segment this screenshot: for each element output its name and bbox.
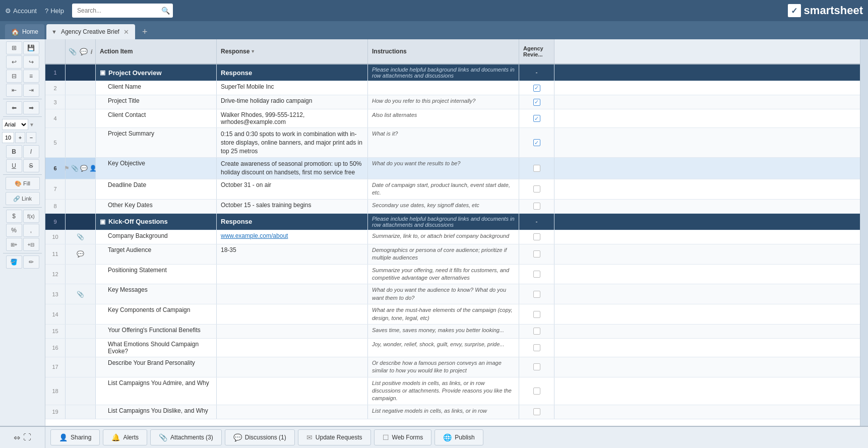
response-col-dropdown[interactable]: ▼ bbox=[251, 49, 255, 54]
row-attach-icon[interactable]: 📎 bbox=[71, 165, 79, 172]
publish-tab[interactable]: 🌐 Publish bbox=[435, 429, 483, 445]
agency-checkbox[interactable]: ✓ bbox=[533, 85, 540, 92]
undo-button[interactable]: ↩ bbox=[6, 55, 22, 69]
underline-button[interactable]: U bbox=[6, 159, 22, 172]
response-cell[interactable]: 0:15 and 0:30 spots to work in combinati… bbox=[217, 128, 368, 157]
row-attach-icon[interactable]: 📎 bbox=[77, 233, 84, 240]
agency-checkbox[interactable] bbox=[533, 363, 540, 370]
response-cell[interactable] bbox=[217, 284, 368, 304]
agency-cell[interactable] bbox=[519, 200, 554, 213]
agency-cell[interactable] bbox=[519, 377, 554, 405]
col-header-action[interactable]: Action Item bbox=[96, 39, 217, 63]
fullscreen-icon[interactable]: ⛶ bbox=[23, 433, 31, 442]
agency-checkbox[interactable]: ✓ bbox=[533, 115, 540, 122]
agency-checkbox[interactable] bbox=[533, 388, 540, 395]
row-comment-icon[interactable]: 💬 bbox=[80, 165, 88, 172]
clear-format-button[interactable]: ✏ bbox=[23, 255, 39, 269]
web-forms-tab[interactable]: ☐ Web Forms bbox=[374, 429, 432, 445]
agency-cell[interactable] bbox=[519, 179, 554, 199]
agency-cell[interactable] bbox=[519, 304, 554, 324]
attachments-tab[interactable]: 📎 Attachments (3) bbox=[150, 429, 222, 445]
discussions-tab[interactable]: 💬 Discussions (1) bbox=[225, 429, 295, 445]
grid-view-button[interactable]: ⊟ bbox=[6, 70, 22, 83]
agency-checkbox[interactable] bbox=[533, 185, 540, 193]
row-attach-icon[interactable]: 📎 bbox=[77, 291, 84, 298]
agency-checkbox[interactable] bbox=[533, 311, 540, 318]
view-grid-button[interactable]: ⊞ bbox=[6, 41, 22, 54]
font-size-input[interactable] bbox=[2, 132, 14, 143]
currency-button[interactable]: $ bbox=[6, 210, 22, 223]
search-button[interactable]: 🔍 bbox=[161, 7, 170, 15]
split-cells-button[interactable]: +⊟ bbox=[23, 238, 39, 251]
agency-checkbox[interactable] bbox=[533, 250, 540, 258]
account-nav-item[interactable]: ⚙ Account bbox=[5, 7, 37, 15]
agency-checkbox[interactable]: ✓ bbox=[533, 99, 540, 106]
agency-cell[interactable] bbox=[519, 265, 554, 284]
response-cell[interactable] bbox=[217, 357, 368, 377]
agency-cell[interactable] bbox=[519, 357, 554, 377]
info-col-icon[interactable]: i bbox=[91, 48, 93, 55]
response-cell[interactable] bbox=[217, 325, 368, 338]
right-scrollbar[interactable] bbox=[860, 39, 868, 426]
redo-button[interactable]: ↪ bbox=[23, 55, 39, 69]
agency-checkbox[interactable] bbox=[533, 344, 540, 351]
response-cell[interactable]: Walker Rhodes, 999-555-1212, wrhodes@exa… bbox=[217, 109, 368, 127]
agency-checkbox[interactable] bbox=[533, 328, 540, 335]
attach-col-icon[interactable]: 📎 bbox=[69, 48, 77, 55]
agency-cell[interactable] bbox=[519, 284, 554, 304]
row-flag-icon[interactable]: ⚑ bbox=[64, 165, 70, 172]
agency-cell[interactable] bbox=[519, 325, 554, 338]
agency-checkbox[interactable]: ✓ bbox=[533, 139, 540, 146]
agency-cell[interactable] bbox=[519, 230, 554, 244]
response-cell[interactable] bbox=[217, 304, 368, 324]
comma-button[interactable]: , bbox=[23, 224, 39, 237]
align-left-button[interactable]: ⬅ bbox=[6, 101, 22, 114]
response-cell[interactable]: October 31 - on air bbox=[217, 179, 368, 199]
agency-checkbox[interactable] bbox=[533, 233, 540, 240]
col-header-response[interactable]: Response ▼ bbox=[217, 39, 368, 63]
save-button[interactable]: 💾 bbox=[23, 41, 39, 54]
font-family-select[interactable]: Arial bbox=[2, 119, 28, 130]
paint-bucket-button[interactable]: 🪣 bbox=[6, 255, 22, 269]
align-right-button[interactable]: ➡ bbox=[23, 101, 39, 114]
response-cell[interactable] bbox=[217, 339, 368, 357]
agency-cell[interactable]: ✓ bbox=[519, 81, 554, 95]
agency-checkbox[interactable] bbox=[533, 271, 540, 278]
agency-cell[interactable] bbox=[519, 405, 554, 419]
insert-link-button[interactable]: 🔗 Link bbox=[6, 192, 40, 205]
sheet-tab[interactable]: ▼ Agency Creative Brief ✕ bbox=[46, 24, 135, 39]
collapse-icon[interactable]: ▣ bbox=[100, 69, 105, 76]
row-comment-icon[interactable]: 💬 bbox=[77, 250, 84, 258]
col-header-instructions[interactable]: Instructions bbox=[368, 39, 519, 63]
company-bg-link[interactable]: www.example.com/about bbox=[221, 232, 288, 239]
agency-checkbox[interactable] bbox=[533, 291, 540, 298]
collapse-icon[interactable]: ▣ bbox=[100, 218, 105, 225]
merge-cells-button[interactable]: ⊞+ bbox=[6, 238, 22, 251]
search-input[interactable] bbox=[72, 4, 173, 18]
help-nav-item[interactable]: ? Help bbox=[45, 7, 64, 15]
sharing-tab[interactable]: 👤 Sharing bbox=[50, 429, 100, 445]
alerts-tab[interactable]: 🔔 Alerts bbox=[103, 429, 147, 445]
comment-col-icon[interactable]: 💬 bbox=[80, 48, 88, 55]
response-cell[interactable]: 18-35 bbox=[217, 244, 368, 264]
response-cell[interactable] bbox=[217, 377, 368, 405]
italic-button[interactable]: I bbox=[23, 145, 39, 158]
agency-cell[interactable]: ✓ bbox=[519, 95, 554, 109]
tab-close-button[interactable]: ✕ bbox=[123, 29, 129, 35]
agency-cell[interactable]: ✓ bbox=[519, 109, 554, 127]
response-cell[interactable]: Drive-time holiday radio campaign bbox=[217, 95, 368, 109]
formula-button[interactable]: f(x) bbox=[23, 210, 39, 223]
fill-color-button[interactable]: 🎨 Fill bbox=[6, 177, 40, 190]
strikethrough-button[interactable]: S bbox=[23, 159, 39, 172]
bold-button[interactable]: B bbox=[6, 145, 22, 158]
response-cell[interactable] bbox=[217, 405, 368, 419]
response-cell[interactable]: October 15 - sales training begins bbox=[217, 200, 368, 213]
agency-checkbox[interactable] bbox=[533, 165, 540, 172]
agency-cell[interactable] bbox=[519, 244, 554, 264]
agency-cell[interactable]: ✓ bbox=[519, 128, 554, 157]
add-tab-button[interactable]: + bbox=[138, 24, 152, 39]
response-cell[interactable]: SuperTel Mobile Inc bbox=[217, 81, 368, 95]
gantt-view-button[interactable]: ≡ bbox=[23, 70, 39, 83]
agency-cell[interactable] bbox=[519, 158, 554, 179]
agency-checkbox[interactable] bbox=[533, 203, 540, 210]
